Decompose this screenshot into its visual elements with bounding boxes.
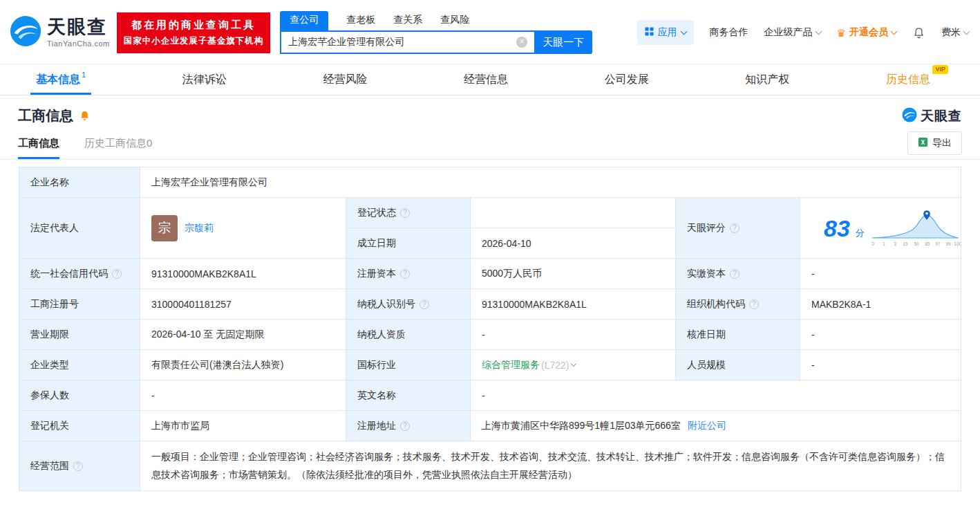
nav-user-menu[interactable]: 费米 [941,26,969,39]
label-registered-address: 注册地址? [346,411,471,441]
label-establish-date: 成立日期 [346,228,471,259]
value-registration-authority: 上海市市监局 [140,411,346,441]
tab-basic-info-label: 基本信息 [36,73,80,87]
slogan-line2: 国家中小企业发展子基金旗下机构 [124,35,264,47]
tab-legal-proceedings[interactable]: 法律诉讼 [177,64,232,95]
nav-cooperation-label: 商务合作 [710,26,748,39]
search-button[interactable]: 天眼一下 [534,30,592,54]
label-english-name: 英文名称 [346,380,471,411]
value-registration-number: 310000401181257 [140,289,346,320]
help-icon[interactable]: ? [420,299,429,309]
apps-grid-icon [645,27,654,38]
help-icon[interactable]: ? [400,208,410,218]
business-info-subtabs: 工商信息 历史工商信息0 导出 [0,131,980,160]
tab-operating-risk[interactable]: 经营风险 [317,64,373,95]
help-icon[interactable]: ? [112,269,122,279]
nav-business-cooperation[interactable]: 商务合作 [710,26,748,39]
tianyancha-logo-icon [10,15,41,50]
watermark-logo-icon [902,107,917,125]
clear-search-icon[interactable]: × [516,37,527,48]
value-establish-date: 2026-04-10 [471,228,676,259]
chevron-down-icon [815,28,822,35]
label-tianyan-score: 天眼评分? [676,198,800,259]
search-tab-risk[interactable]: 查风险 [440,11,469,30]
chevron-down-icon [891,28,898,35]
tab-operating-label: 经营信息 [464,73,508,87]
tab-risk-label: 经营风险 [323,73,367,87]
tab-company-development[interactable]: 公司发展 [599,64,654,95]
search-tab-company[interactable]: 查公司 [280,11,328,30]
apps-label: 应用 [658,26,677,39]
tab-intellectual-property[interactable]: 知识产权 [739,64,795,95]
help-icon[interactable]: ? [400,269,410,279]
search-tab-relation[interactable]: 查关系 [393,11,422,30]
svg-text:3: 3 [894,241,896,246]
nearby-companies-link[interactable]: 附近公司 [688,420,726,432]
nav-open-vip[interactable]: ♛ 开通会员 [837,26,896,39]
tianyancha-logo[interactable]: 天眼查 TianYanCha.com [10,15,110,50]
value-industry[interactable]: 综合管理服务 (L722) [471,350,676,380]
legal-rep-avatar[interactable]: 宗 [151,215,178,241]
value-registration-status [471,198,676,228]
svg-text:97: 97 [935,241,941,246]
chevron-down-icon [963,28,970,35]
label-business-term: 营业期限 [19,320,140,350]
value-registered-capital: 5000万人民币 [471,259,676,289]
value-legal-representative: 宗 宗馥莉 [140,198,346,259]
tab-basic-info-badge: 1 [82,71,86,79]
industry-code: (L722) [541,360,569,371]
value-tianyan-score[interactable]: 83 分 0 1 3 15 50 85 97 99 100 [800,198,961,259]
tab-operating-info[interactable]: 经营信息 [458,64,513,95]
excel-icon [918,137,928,149]
value-registered-address: 上海市黄浦区中华路899号1幢1层03单元666室 附近公司 [471,411,961,441]
help-icon[interactable]: ? [749,299,759,309]
label-company-name: 企业名称 [19,167,140,198]
legal-rep-link[interactable]: 宗馥莉 [185,222,214,234]
apps-menu[interactable]: 应用 [637,20,694,45]
value-organization-code: MAKB2K8A-1 [800,289,961,320]
top-bar: 天眼查 TianYanCha.com 都在用的商业查询工具 国家中小企业发展子基… [0,0,980,64]
tab-development-label: 公司发展 [605,73,649,87]
chevron-down-icon [680,28,687,35]
chevron-down-icon[interactable] [571,361,576,367]
nav-user-label: 费米 [941,26,961,39]
label-taxpayer-quality: 纳税人资质 [346,320,471,350]
label-insured-count: 参保人数 [19,380,140,411]
logo-brand: 天眼查 [47,18,110,37]
nav-enterprise-products[interactable]: 企业级产品 [764,26,821,39]
tab-history-info[interactable]: 历史信息 VIP [880,64,936,95]
industry-name: 综合管理服务 [482,359,540,371]
label-staff-size: 人员规模 [676,350,800,380]
search-tab-boss[interactable]: 查老板 [346,11,375,30]
notification-bell-icon[interactable] [912,26,925,39]
help-icon[interactable]: ? [730,223,739,233]
help-icon[interactable]: ? [73,461,83,471]
watermark-text: 天眼查 [921,107,962,125]
subtab-business-info[interactable]: 工商信息 [18,137,59,159]
label-registration-status: 登记状态? [346,198,471,228]
score-distribution-chart: 0 1 3 15 50 85 97 99 100 [870,207,961,249]
help-icon[interactable]: ? [730,269,739,279]
section-title: 工商信息 [18,107,73,125]
tab-history-label: 历史信息 [886,73,930,87]
value-credit-code: 91310000MAKB2K8A1L [140,259,346,289]
tab-basic-info[interactable]: 基本信息 1 [30,64,91,95]
value-business-scope: 一般项目：企业管理；企业管理咨询；社会经济咨询服务；技术服务、技术开发、技术咨询… [140,441,961,491]
label-industry: 国标行业 [346,350,471,380]
export-button[interactable]: 导出 [907,131,962,155]
search-area: 查公司 查老板 查关系 查风险 × 天眼一下 [280,11,592,54]
score-number: 83 [824,216,850,240]
value-company-type: 有限责任公司(港澳台法人独资) [140,350,346,380]
label-approval-date: 核准日期 [676,320,800,350]
label-credit-code: 统一社会信用代码? [19,259,140,289]
section-header: 工商信息 天眼查 [0,95,980,131]
help-icon[interactable]: ? [400,421,410,431]
label-registration-number: 工商注册号 [19,289,140,320]
top-nav: 应用 商务合作 企业级产品 ♛ 开通会员 费米 [637,20,969,45]
search-input[interactable] [280,30,534,54]
business-info-table: 企业名称 上海宏芊企业管理有限公司 法定代表人 宗 宗馥莉 登记状态? 天眼评分… [19,167,961,491]
subtab-history-business-info[interactable]: 历史工商信息0 [84,137,152,159]
label-registration-authority: 登记机关 [19,411,140,441]
subscribe-bell-icon[interactable] [79,110,91,122]
export-label: 导出 [932,137,952,149]
